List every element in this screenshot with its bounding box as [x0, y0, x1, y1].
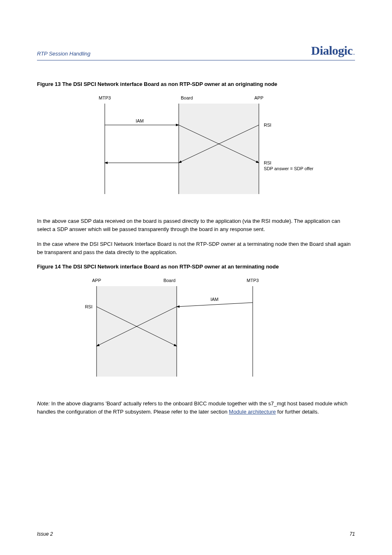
module-architecture-link[interactable]: Module architecture	[229, 409, 276, 415]
label-iam-2: IAM	[210, 297, 219, 302]
label-mtp3-2: MTP3	[247, 278, 258, 283]
label-iam: IAM	[136, 118, 144, 123]
logo-dot-icon: .	[353, 49, 355, 56]
note-label: Note:	[37, 400, 50, 407]
label-mtp3: MTP3	[99, 95, 111, 100]
board-region	[179, 104, 259, 194]
board-region-2	[97, 286, 177, 377]
page-footer: Issue 2 71	[37, 531, 355, 537]
header-rule	[37, 60, 355, 60]
brand-logo: Dialogic .	[311, 44, 355, 57]
figure-14-caption: Figure 14 The DSI SPCI Network interface…	[37, 264, 355, 270]
label-app: APP	[254, 95, 263, 100]
label-sdp: SDP answer = SDP offer	[264, 166, 314, 171]
footer-issue: Issue 2	[37, 531, 53, 537]
note-paragraph: Note: In the above diagrams 'Board' actu…	[37, 400, 355, 416]
logo-text: Dialogic	[311, 44, 353, 57]
label-rsi-3: RSI	[85, 304, 92, 309]
label-board-2: Board	[164, 278, 175, 283]
label-board: Board	[181, 95, 193, 100]
svg-line-10	[177, 303, 253, 307]
chapter-name: RTP Session Handling	[37, 51, 90, 57]
note-after: for further details.	[276, 409, 319, 415]
label-rsi-1: RSI	[264, 123, 271, 127]
paragraph-1: In the above case SDP data received on t…	[37, 217, 355, 234]
footer-page-number: 71	[350, 531, 355, 537]
label-app-2: APP	[92, 278, 101, 283]
figure-14-diagram: APP Board MTP3 IAM RSI	[37, 276, 355, 383]
page-header: RTP Session Handling Dialogic .	[37, 44, 355, 57]
paragraph-2: In the case where the DSI SPCI Network I…	[37, 240, 355, 257]
figure-13-caption: Figure 13 The DSI SPCI Network interface…	[37, 81, 355, 87]
label-rsi-2: RSI	[264, 160, 271, 165]
figure-13-diagram: MTP3 Board APP IAM RSI RSI SDP answer = …	[37, 94, 355, 201]
